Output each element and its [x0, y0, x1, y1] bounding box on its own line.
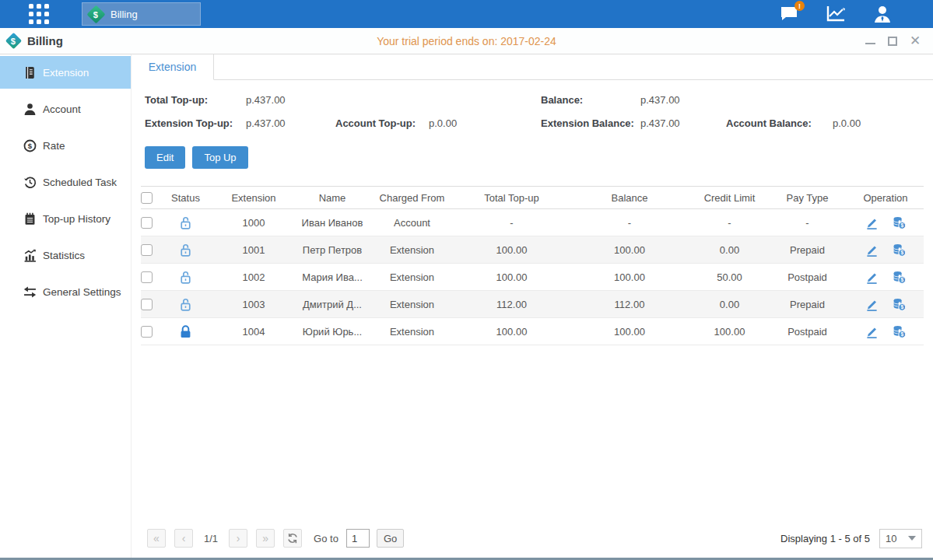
sidebar-item-rate[interactable]: $Rate [0, 129, 131, 162]
cell-credit-limit: 50.00 [692, 271, 767, 283]
cell-extension: 1000 [211, 217, 296, 229]
content-area: Extension Total Top-up: p.437.00 Balance… [131, 54, 933, 558]
cell-operation: $ [847, 297, 924, 312]
status-unlocked-icon [160, 270, 211, 285]
close-button[interactable]: ✕ [910, 36, 921, 47]
select-all-checkbox[interactable] [141, 192, 160, 204]
row-checkbox[interactable] [141, 299, 160, 310]
row-checkbox[interactable] [141, 271, 160, 283]
first-page-button[interactable]: « [147, 529, 166, 548]
cell-total-topup: 100.00 [456, 244, 567, 256]
sidebar-item-general-settings[interactable]: General Settings [0, 275, 131, 308]
sidebar-item-label: Statistics [43, 250, 85, 261]
svg-text:$: $ [900, 222, 903, 229]
cell-operation: $ [847, 243, 924, 257]
table-row: 1001Петр ПетровExtension100.00100.000.00… [141, 236, 924, 264]
extension-table: StatusExtensionNameCharged FromTotal Top… [141, 186, 924, 345]
column-header-pay-type: Pay Type [767, 192, 847, 204]
row-checkbox[interactable] [141, 217, 160, 229]
cell-balance: 112.00 [567, 299, 692, 310]
goto-label: Go to [314, 533, 338, 544]
taskbar-tab-billing[interactable]: $ Billing [82, 2, 201, 26]
cell-credit-limit: 100.00 [692, 326, 767, 338]
sidebar-item-label: Top-up History [43, 213, 110, 225]
cell-total-topup: 100.00 [456, 271, 567, 283]
svg-text:$: $ [900, 277, 903, 283]
status-unlocked-icon [160, 215, 211, 230]
cell-operation: $ [847, 270, 924, 285]
cell-pay-type: Prepaid [767, 244, 847, 256]
statistics-icon [23, 249, 37, 262]
sidebar: ExtensionAccount$RateScheduled TaskTop-u… [0, 54, 131, 558]
extension-topup-label: Extension Top-up: [145, 117, 246, 129]
edit-icon[interactable] [865, 243, 879, 257]
edit-icon[interactable] [865, 215, 879, 230]
row-checkbox[interactable] [141, 326, 160, 338]
total-topup-label: Total Top-up: [145, 94, 246, 106]
sidebar-item-label: Scheduled Task [43, 177, 117, 188]
cell-pay-type: Postpaid [767, 271, 847, 283]
status-locked-icon [160, 324, 211, 339]
balance-label: Balance: [541, 94, 640, 106]
sidebar-item-statistics[interactable]: Statistics [0, 239, 131, 271]
app-launcher-icon[interactable] [29, 4, 49, 24]
goto-page-input[interactable] [346, 529, 370, 548]
topup-coins-icon[interactable]: $ [892, 297, 907, 312]
cell-name: Петр Петров [296, 244, 368, 256]
cell-operation: $ [847, 324, 924, 339]
topup-history-icon [23, 212, 37, 226]
notification-badge: ! [794, 1, 805, 11]
sidebar-item-label: General Settings [43, 286, 121, 298]
next-page-button[interactable]: › [229, 529, 247, 548]
tab-bar: Extension [132, 54, 933, 80]
tab-extension[interactable]: Extension [132, 54, 214, 80]
maximize-button[interactable] [888, 37, 897, 46]
window-title: Billing [27, 34, 63, 47]
column-header-operation: Operation [847, 192, 924, 204]
cell-charged-from: Extension [368, 271, 456, 283]
edit-icon[interactable] [865, 297, 879, 312]
row-checkbox[interactable] [141, 244, 160, 256]
chevron-down-icon [908, 536, 916, 541]
status-unlocked-icon [160, 297, 211, 312]
edit-icon[interactable] [865, 324, 879, 339]
sidebar-item-account[interactable]: Account [0, 93, 131, 125]
prev-page-button[interactable]: ‹ [174, 529, 193, 548]
account-balance-label: Account Balance: [726, 117, 833, 129]
cell-charged-from: Extension [368, 244, 456, 256]
general-settings-icon [23, 285, 37, 299]
account-topup-label: Account Top-up: [335, 117, 429, 129]
page-indicator: 1/1 [204, 533, 218, 544]
balance-summary: Total Top-up: p.437.00 Balance: p.437.00… [132, 80, 933, 141]
sidebar-item-top-up-history[interactable]: Top-up History [0, 202, 131, 235]
cell-name: Иван Иванов [296, 217, 368, 229]
extension-topup-value: p.437.00 [246, 117, 335, 129]
message-icon[interactable]: ! [779, 5, 799, 23]
minimize-button[interactable] [865, 38, 875, 44]
trial-notice: Your trial period ends on: 2017-02-24 [0, 35, 933, 47]
page-size-select[interactable]: 10 [879, 529, 922, 548]
sidebar-item-extension[interactable]: Extension [0, 56, 131, 89]
svg-text:$: $ [900, 304, 903, 310]
last-page-button[interactable]: » [256, 529, 275, 548]
topup-coins-icon[interactable]: $ [892, 215, 907, 230]
topup-coins-icon[interactable]: $ [892, 324, 907, 339]
cell-name: Мария Ива... [296, 271, 368, 283]
edit-icon[interactable] [865, 270, 879, 285]
sidebar-item-scheduled-task[interactable]: Scheduled Task [0, 166, 131, 198]
rate-icon: $ [23, 139, 37, 152]
go-button[interactable]: Go [377, 529, 404, 548]
cell-total-topup: 112.00 [456, 299, 567, 310]
column-header-status: Status [160, 192, 211, 204]
topup-coins-icon[interactable]: $ [892, 270, 907, 285]
svg-text:$: $ [900, 250, 903, 256]
topup-coins-icon[interactable]: $ [892, 243, 907, 257]
refresh-icon[interactable] [283, 529, 302, 548]
chart-icon[interactable] [826, 5, 846, 23]
topup-button[interactable]: Top Up [192, 146, 247, 169]
edit-button[interactable]: Edit [145, 146, 185, 169]
extension-icon [23, 66, 37, 79]
sidebar-item-label: Extension [43, 67, 89, 79]
billing-app-window: $ Billing ! [0, 0, 933, 560]
user-icon[interactable] [872, 5, 893, 23]
